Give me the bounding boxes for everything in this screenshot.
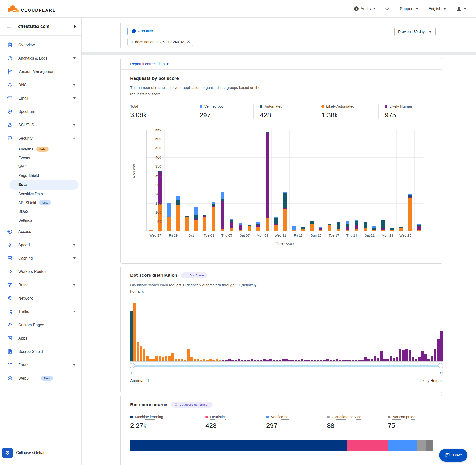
remove-filter-icon[interactable]: ✕ <box>187 40 190 44</box>
sidebar-item-version-management[interactable]: Version Management <box>0 65 81 78</box>
filter-chip[interactable]: IP does not equal 35.212.240.32 ✕ <box>127 38 193 46</box>
sidebar-subitem-analytics[interactable]: AnalyticsBeta <box>0 145 81 154</box>
stat-label[interactable]: Not computed <box>392 415 415 419</box>
stat-label[interactable]: Cloudflare service <box>332 415 361 419</box>
stat-label[interactable]: Machine learning <box>135 415 163 419</box>
x-tick-label: Wed 25 <box>399 233 411 237</box>
stat-verified-bot: Verified bot297 <box>193 104 253 119</box>
sidebar-item-spectrum[interactable]: Spectrum <box>0 105 81 118</box>
sidebar-item-apps[interactable]: Apps <box>0 331 81 345</box>
x-tick-label: Sat 07 <box>240 233 250 237</box>
stat-value: 1.38k <box>321 111 374 119</box>
settings-gear-button[interactable]: ⚙ <box>2 448 13 458</box>
stat-label[interactable]: Automated <box>264 104 282 109</box>
source-segment-machine-learning[interactable] <box>130 440 347 451</box>
search-button[interactable] <box>385 6 390 11</box>
sidebar-item-label: Analytics & Logs <box>18 56 67 61</box>
sidebar-item-dns[interactable]: DNS <box>0 78 81 91</box>
sidebar-item-label: Zaraz <box>18 363 67 367</box>
support-menu[interactable]: Support <box>400 6 418 11</box>
new-badge: New <box>39 200 51 205</box>
bar-segment-automated <box>364 222 367 228</box>
sidebar-subitem-ddos[interactable]: DDoS <box>0 207 81 216</box>
bar-segment-automated <box>212 204 215 206</box>
bar-segment-likely-human <box>239 225 242 230</box>
sidebar-item-analytics-logs[interactable]: Analytics & Logs <box>0 52 81 65</box>
stat-label[interactable]: Likely Human <box>390 104 412 109</box>
y-tick-label: 400 <box>148 156 161 159</box>
sidebar-item-caching[interactable]: Caching <box>0 252 81 265</box>
sidebar-subitem-page-shield[interactable]: Page Shield <box>0 171 81 180</box>
sidebar-subitem-settings[interactable]: Settings <box>0 216 81 225</box>
stat-heuristics: Heuristics428 <box>199 415 260 430</box>
app-box-icon <box>7 336 13 341</box>
source-segment-verified-bot[interactable] <box>388 440 417 451</box>
report-row: Report incorrect data <box>121 58 442 70</box>
sidebar-item-label: Workers Routes <box>18 269 76 274</box>
stat-label[interactable]: Likely Automated <box>326 104 354 109</box>
bot-score-badge[interactable]: Bot Score <box>181 272 207 278</box>
sidebar-item-speed[interactable]: Speed <box>0 238 81 252</box>
sidebar-subitem-sensitive-data[interactable]: Sensitive Data <box>0 190 81 198</box>
histogram-bar-score-58 <box>310 360 313 361</box>
x-tick-label: Mon 09 <box>257 233 268 237</box>
sidebar-subitem-api-shield[interactable]: API ShieldNew <box>0 198 81 207</box>
back-arrow-icon[interactable]: ← <box>6 23 12 30</box>
sidebar-item-label: Version Management <box>18 69 76 74</box>
stat-label[interactable]: Verified bot <box>204 104 223 109</box>
sidebar-subitem-events[interactable]: Events <box>0 154 81 162</box>
bar-segment-likely-human <box>265 133 269 218</box>
sidebar-item-network[interactable]: Network <box>0 291 81 305</box>
report-incorrect-data-link[interactable]: Report incorrect data <box>130 62 165 66</box>
chat-button[interactable]: Chat <box>439 449 467 462</box>
stat-machine-learning: Machine learning2.27k <box>130 415 199 430</box>
histogram-bar-score-42 <box>260 360 262 361</box>
date-range-label: Previous 30 days <box>398 30 426 34</box>
sidebar-item-web3[interactable]: Web3New <box>0 371 81 385</box>
collapse-sidebar-button[interactable]: Collapse sidebar <box>16 451 44 455</box>
histogram-bar-score-96 <box>431 356 433 361</box>
sidebar-item-email[interactable]: Email <box>0 91 81 105</box>
sidebar-item-workers-routes[interactable]: Workers Routes <box>0 265 81 278</box>
login-arrow-icon <box>7 229 13 234</box>
slider-handle-max[interactable] <box>438 363 443 368</box>
source-segment-cloudflare-service[interactable] <box>417 440 425 451</box>
distribution-title: Bot score distribution <box>130 273 177 278</box>
cloudflare-logo[interactable]: CLOUDFLARE <box>6 4 56 13</box>
sidebar-item-scrape-shield[interactable]: Scrape Shield <box>0 345 81 358</box>
add-filter-label: Add filter <box>138 29 153 33</box>
sidebar-subitem-bots[interactable]: Bots <box>10 180 79 190</box>
sidebar-item-access[interactable]: Access <box>0 225 81 238</box>
site-name[interactable]: cftestsite3.com <box>18 24 68 29</box>
sidebar-item-rules[interactable]: Rules <box>0 278 81 291</box>
histogram-bar-score-82 <box>386 359 389 361</box>
stat-label[interactable]: Heuristics <box>210 415 226 419</box>
add-site-button[interactable]: + Add site <box>354 6 375 11</box>
slider-track[interactable] <box>130 365 443 367</box>
sidebar-item-traffic[interactable]: Traffic <box>0 305 81 318</box>
chevron-down-icon <box>73 124 76 126</box>
date-range-dropdown[interactable]: Previous 30 days <box>394 27 435 36</box>
plus-icon: + <box>132 29 136 33</box>
stat-value: 2.27k <box>130 422 195 430</box>
language-label: English <box>428 6 441 11</box>
sidebar-item-ssl-tls[interactable]: SSL/TLS <box>0 118 81 131</box>
language-menu[interactable]: English <box>428 6 446 11</box>
chevron-down-icon <box>73 311 76 312</box>
histogram-bar-score-75 <box>364 357 367 361</box>
sidebar-item-zaraz[interactable]: Zaraz <box>0 358 81 371</box>
sidebar-item-security[interactable]: Security <box>0 131 81 145</box>
source-segment-not-computed[interactable] <box>426 440 433 451</box>
source-segment-heuristics[interactable] <box>347 440 388 451</box>
sidebar-item-custom-pages[interactable]: Custom Pages <box>0 318 81 331</box>
stat-label[interactable]: Verified bot <box>271 415 290 419</box>
slider-handle-min[interactable] <box>129 363 135 368</box>
distribution-description: Cloudflare scores each request 1 (defini… <box>130 282 256 295</box>
sidebar-item-overview[interactable]: Overview <box>0 38 81 52</box>
add-filter-button[interactable]: + Add filter <box>127 27 157 35</box>
sidebar-item-label: Overview <box>18 43 76 47</box>
chevron-right-icon[interactable] <box>74 25 76 28</box>
account-menu[interactable] <box>456 6 466 12</box>
bot-score-generation-badge[interactable]: Bot score generation <box>171 402 213 408</box>
sidebar-subitem-waf[interactable]: WAF <box>0 162 81 171</box>
